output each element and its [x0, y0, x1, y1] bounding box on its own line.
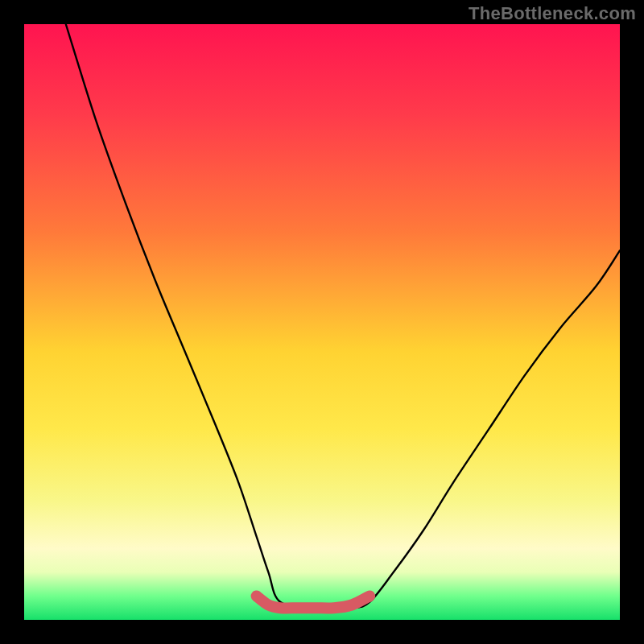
main-curve [66, 24, 620, 609]
chart-svg [24, 24, 620, 620]
watermark-label: TheBottleneck.com [469, 3, 636, 24]
chart-frame: TheBottleneck.com [0, 0, 644, 644]
plot-area [24, 24, 620, 620]
valley-highlight [257, 596, 370, 608]
